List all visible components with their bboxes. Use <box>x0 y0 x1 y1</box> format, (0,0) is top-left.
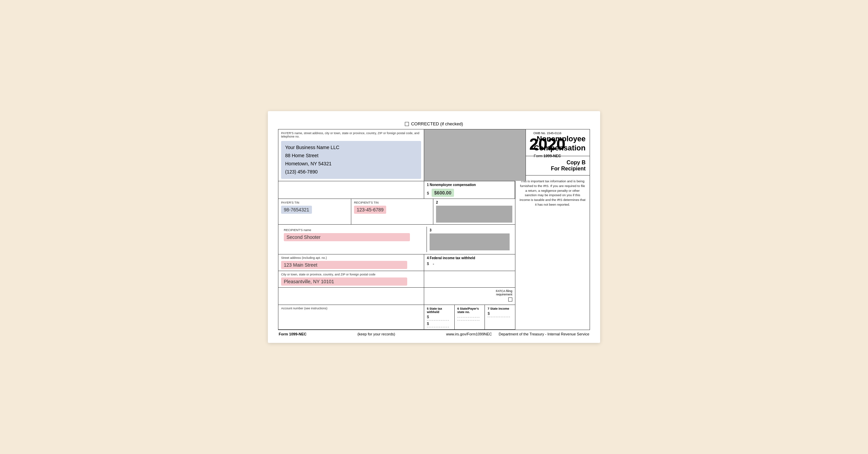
payer-address1: 88 Home Street <box>285 152 417 160</box>
box3-gray <box>430 233 510 250</box>
city-row: City or town, state or province, country… <box>278 271 515 288</box>
box4-section: 4 Federal income tax withheld $ - <box>424 254 515 271</box>
box4-value: - <box>433 261 434 266</box>
copy-b-title: Copy B <box>519 160 586 166</box>
form-title: NonemployeeCompensation <box>519 135 586 152</box>
box1-value: $600.00 <box>432 189 454 197</box>
data-column: PAYER'S name, street address, city or to… <box>278 129 515 329</box>
city-section: City or town, state or province, country… <box>278 271 424 287</box>
payer-tin-label: PAYER'S TIN <box>281 201 348 204</box>
gray-fill-top <box>424 129 526 181</box>
payer-name: Your Business Name LLC <box>285 144 417 152</box>
street-section: Street address (including apt. no.) 123 … <box>278 254 424 271</box>
recipient-name-value: Second Shooter <box>284 233 410 241</box>
box1-row: 1 Nonemployee compensation $ $600.00 <box>278 181 515 199</box>
recipient-tin-box: RECIPIENT'S TIN 123-45-6789 <box>351 199 433 224</box>
corrected-checkbox[interactable] <box>405 122 409 126</box>
box4-label: 4 Federal income tax withheld <box>427 256 512 260</box>
box4-dollar: $ <box>427 262 429 266</box>
account-label: Account number (see instructions) <box>281 307 421 310</box>
form-container: CORRECTED (if checked) PAYER'S name, str… <box>268 111 600 343</box>
disclaimer-box: This is important tax information and is… <box>515 176 590 210</box>
recipient-tin-value: 123-45-6789 <box>354 206 386 214</box>
recipient-name-label: RECIPIENT'S name <box>284 228 424 232</box>
gray-area <box>424 129 526 181</box>
footer-right: www.irs.gov/Form1099NEC Department of th… <box>446 332 589 336</box>
box7-label: 7 State income <box>488 307 512 310</box>
payer-address-block: Your Business Name LLC 88 Home Street Ho… <box>281 141 421 179</box>
box7-section: 7 State income $ <box>485 305 515 329</box>
form-footer: Form 1099-NEC (keep for your records) ww… <box>278 332 590 336</box>
tin-section: PAYER'S TIN 98-7654321 RECIPIENT'S TIN 1… <box>278 199 515 225</box>
payer-address2: Hometown, NY 54321 <box>285 160 417 168</box>
box6-label: 6 State/Payer's state no. <box>457 307 482 314</box>
for-recipient: For Recipient <box>519 166 586 172</box>
box1-dollar: $ <box>427 191 429 195</box>
payer-phone: (123) 456-7890 <box>285 168 417 176</box>
footer-form-id: 1099-NEC <box>289 332 307 336</box>
box1-section: 1 Nonemployee compensation $ $600.00 <box>424 181 515 199</box>
payer-info: PAYER'S name, street address, city or to… <box>278 129 424 181</box>
corrected-header: CORRECTED (if checked) <box>278 121 590 126</box>
form-title-box: NonemployeeCompensation <box>515 129 590 156</box>
corrected-label: CORRECTED (if checked) <box>411 121 463 126</box>
city-value: Pleasantville, NY 10101 <box>281 277 407 286</box>
street-label: Street address (including apt. no.) <box>281 256 421 260</box>
street-row: Street address (including apt. no.) 123 … <box>278 254 515 271</box>
footer-left: Form 1099-NEC <box>279 332 307 336</box>
fatca-left <box>278 288 424 305</box>
footer-dept: Department of the Treasury - Internal Re… <box>499 332 589 336</box>
recipient-name-row: RECIPIENT'S name Second Shooter 3 <box>278 225 515 254</box>
fatca-right: FATCA filingrequirement <box>424 288 515 305</box>
payer-tin-value: 98-7654321 <box>281 206 312 214</box>
box5-label: 5 State tax withheld <box>427 307 452 314</box>
recipient-tin-label: RECIPIENT'S TIN <box>354 201 430 204</box>
payer-section-label: PAYER'S name, street address, city or to… <box>281 131 421 138</box>
box3-label: 3 <box>430 228 510 232</box>
footer-url: www.irs.gov/Form1099NEC <box>446 332 492 336</box>
form-body: PAYER'S name, street address, city or to… <box>278 129 590 330</box>
fatca-checkbox[interactable] <box>508 297 512 302</box>
street-value: 123 Main Street <box>281 261 407 269</box>
box2-label: 2 <box>436 201 512 204</box>
box5-dollar1: $ <box>427 315 452 321</box>
box4-dollar-row: $ - <box>427 261 512 266</box>
box6-section: 6 State/Payer's state no. <box>455 305 485 329</box>
account-row: Account number (see instructions) 5 Stat… <box>278 305 515 330</box>
box5-section: 5 State tax withheld $ $ <box>424 305 455 329</box>
box2-section: 2 <box>433 199 515 224</box>
box1-left-empty <box>278 181 424 199</box>
footer-form-word: Form <box>279 332 288 336</box>
payer-tin-box: PAYER'S TIN 98-7654321 <box>278 199 351 224</box>
box1-label: 1 Nonemployee compensation <box>427 183 512 187</box>
state-section: 5 State tax withheld $ $ 6 State <box>424 305 515 329</box>
recipient-name-section: RECIPIENT'S name Second Shooter <box>281 227 427 252</box>
state-row: 5 State tax withheld $ $ 6 State <box>424 305 515 329</box>
top-section: PAYER'S name, street address, city or to… <box>278 129 515 181</box>
account-section: Account number (see instructions) <box>278 305 424 329</box>
box5-dollar2: $ <box>427 322 452 327</box>
box2-gray <box>436 206 512 223</box>
disclaimer-text: This is important tax information and is… <box>519 179 585 206</box>
fatca-label: FATCA filingrequirement <box>496 289 512 296</box>
city-right-empty <box>424 271 515 287</box>
footer-keep: (keep for your records) <box>357 332 395 336</box>
right-panel: NonemployeeCompensation Copy B For Recip… <box>515 129 590 329</box>
copy-b-box: Copy B For Recipient <box>515 156 590 176</box>
city-label: City or town, state or province, country… <box>281 273 421 276</box>
box7-dollar: $ <box>488 311 512 317</box>
box3-section: 3 <box>427 227 512 252</box>
fatca-row: FATCA filingrequirement <box>278 288 515 305</box>
